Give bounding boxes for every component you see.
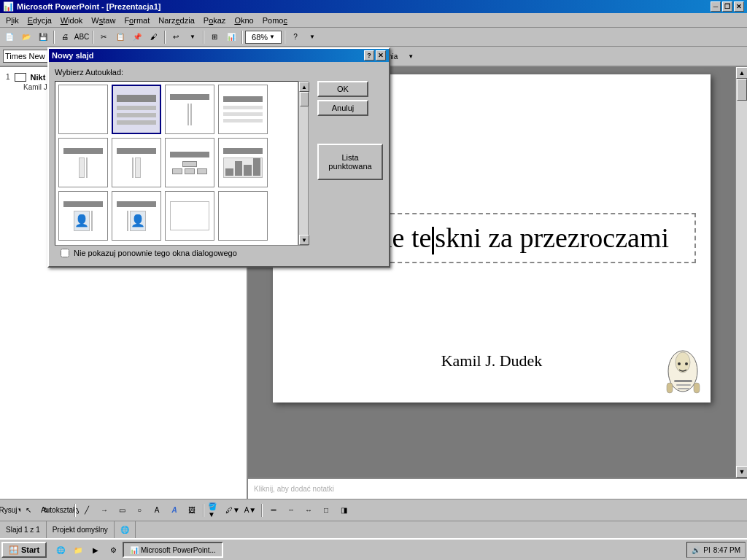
ellipse-button[interactable]: ○	[131, 503, 147, 518]
spellcheck-button[interactable]: ABC	[74, 30, 90, 44]
no-show-checkbox[interactable]	[61, 249, 69, 257]
autoshapes-button[interactable]: Autokształty ▼	[55, 503, 71, 518]
help-button[interactable]: ?	[287, 30, 303, 44]
notes-area[interactable]: Kliknij, aby dodać notatki	[248, 478, 747, 499]
arrow-button[interactable]: →	[96, 503, 112, 518]
layout-chart-only[interactable]	[218, 138, 268, 187]
app-minimize-button[interactable]: ─	[711, 1, 721, 12]
menu-pomoc[interactable]: Pomoc	[258, 15, 292, 26]
menu-narzedzia[interactable]: Narzędzia	[154, 15, 199, 26]
typowe-arrow[interactable]: ▼	[403, 49, 419, 63]
print-button[interactable]: 🖨	[57, 30, 73, 44]
menu-plik[interactable]: Plik	[1, 15, 23, 26]
dialog-desc-button[interactable]: Lista punktowana	[317, 144, 383, 180]
taskbar-powerpoint-item[interactable]: 📊 Microsoft PowerPoint...	[123, 542, 223, 558]
3d-button[interactable]: ◨	[336, 503, 352, 518]
line-color-button[interactable]: 🖊▼	[225, 503, 241, 518]
layout-area: 👤 👤	[55, 81, 309, 246]
slide-subtitle-textbox[interactable]: Kamil J. Dudek	[287, 351, 696, 370]
dash-style-button[interactable]: ╌	[283, 503, 299, 518]
layout-image-text[interactable]: 👤	[112, 191, 161, 241]
scroll-track[interactable]	[736, 79, 747, 466]
scroll-up-button[interactable]: ▲	[736, 67, 747, 79]
layout-two-column[interactable]	[165, 85, 214, 134]
layout-blank[interactable]	[58, 85, 108, 134]
dialog-close-button[interactable]: ✕	[376, 50, 386, 61]
menu-pokaz[interactable]: Pokaz	[199, 15, 231, 26]
dialog-scroll-thumb[interactable]	[300, 92, 309, 106]
dialog-help-button[interactable]: ?	[364, 50, 374, 61]
app-close-button[interactable]: ✕	[734, 1, 744, 12]
taskbar-extra-icon[interactable]: ⚙	[105, 542, 121, 557]
menu-widok[interactable]: Widok	[56, 15, 88, 26]
open-button[interactable]: 📂	[18, 30, 34, 44]
fill-color-button[interactable]: 🪣▼	[207, 503, 223, 518]
line-style-button[interactable]: ═	[266, 503, 282, 518]
layout-chart-text[interactable]	[112, 138, 161, 187]
help-arrow[interactable]: ▼	[304, 30, 320, 44]
layout-content-chart[interactable]	[58, 138, 108, 187]
notes-placeholder[interactable]: Kliknij, aby dodać notatki	[254, 485, 334, 493]
save-button[interactable]: 💾	[35, 30, 51, 44]
taskbar-media-icon[interactable]: ▶	[88, 542, 104, 557]
scroll-thumb[interactable]	[737, 79, 747, 101]
menu-format[interactable]: Format	[120, 15, 154, 26]
zoom-arrow[interactable]: ▼	[269, 34, 275, 40]
menu-okno[interactable]: Okno	[230, 15, 258, 26]
textbox-button[interactable]: A	[149, 503, 165, 518]
wordart-button[interactable]: A	[166, 503, 182, 518]
dialog-title-bar: Nowy slajd ? ✕	[49, 49, 389, 62]
menu-bar: Plik Edycja Widok Wstaw Format Narzędzia…	[0, 13, 747, 28]
format-painter-button[interactable]: 🖌	[146, 30, 162, 44]
line-button[interactable]: ╱	[79, 503, 95, 518]
cursor-button[interactable]: ↖	[20, 503, 36, 518]
dialog-footer: Nie pokazuj ponownie tego okna dialogowe…	[55, 246, 383, 260]
dialog-cancel-button[interactable]: Anuluj	[317, 100, 368, 116]
draw-toolbar: Rysuj ▼ ↖ ↻ Autokształty ▼ ╱ → ▭ ○ A A 🖼…	[0, 499, 747, 521]
insert-table-button[interactable]: ⊞	[206, 30, 222, 44]
arrow-style-button[interactable]: ↔	[301, 503, 317, 518]
draw-button[interactable]: Rysuj ▼	[3, 503, 19, 518]
rect-button[interactable]: ▭	[114, 503, 130, 518]
separator-5	[241, 31, 243, 44]
app-restore-button[interactable]: ❐	[722, 1, 732, 12]
lang-status: 🌐	[115, 521, 136, 538]
insert-chart-button[interactable]: 📊	[223, 30, 239, 44]
layout-title-only[interactable]	[218, 85, 268, 134]
taskbar-ie-icon[interactable]: 🌐	[53, 542, 69, 557]
copy-button[interactable]: 📋	[112, 30, 128, 44]
menu-wstaw[interactable]: Wstaw	[87, 15, 120, 26]
dialog-scroll-down[interactable]: ▼	[299, 235, 309, 245]
vertical-scrollbar[interactable]: ▲ ▼	[735, 67, 747, 478]
layout-org-chart[interactable]	[165, 138, 214, 187]
zoom-dropdown[interactable]: 68% ▼	[245, 31, 282, 44]
layout-completely-blank[interactable]	[218, 191, 268, 241]
clipart-button[interactable]: 🖼	[184, 503, 200, 518]
cut-button[interactable]: ✂	[96, 30, 112, 44]
taskbar-explorer-icon[interactable]: 📁	[70, 542, 86, 557]
dialog-scroll-track[interactable]	[299, 92, 308, 235]
layout-text-image[interactable]: 👤	[58, 191, 108, 241]
design-info-status: Projekt domyślny	[47, 521, 115, 538]
undo-button[interactable]: ↩	[168, 30, 184, 44]
tray-icon-2: PI	[703, 546, 710, 554]
menu-edycja[interactable]: Edycja	[23, 15, 56, 26]
shadow-style-button[interactable]: □	[318, 503, 334, 518]
dialog-ok-button[interactable]: OK	[317, 81, 368, 97]
new-button[interactable]: 📄	[1, 30, 18, 44]
layout-title-content[interactable]	[112, 85, 161, 134]
undo-arrow[interactable]: ▼	[185, 30, 201, 44]
svg-rect-4	[674, 380, 692, 382]
separator-3	[164, 31, 166, 44]
separator-6	[284, 31, 285, 44]
start-button[interactable]: 🪟 Start	[1, 542, 47, 558]
svg-rect-7	[667, 383, 673, 393]
layout-blank-box[interactable]	[165, 191, 214, 241]
font-color-button[interactable]: A▼	[242, 503, 258, 518]
dialog-scrollbar[interactable]: ▲ ▼	[298, 81, 309, 246]
draw-sep-2	[203, 504, 204, 517]
dialog-scroll-up[interactable]: ▲	[299, 82, 309, 92]
pp-task-label: Microsoft PowerPoint...	[141, 546, 216, 554]
scroll-down-button[interactable]: ▼	[736, 466, 747, 478]
paste-button[interactable]: 📌	[129, 30, 145, 44]
